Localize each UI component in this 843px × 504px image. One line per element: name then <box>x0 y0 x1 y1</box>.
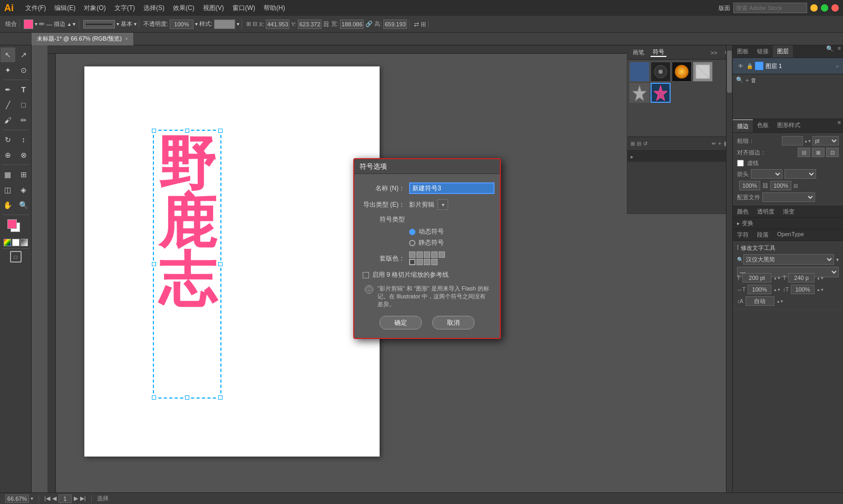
lasso-tool[interactable]: ⊙ <box>16 63 31 77</box>
leading-stepper[interactable]: ▲▼ <box>777 299 784 303</box>
reg-dot-2[interactable] <box>416 251 423 258</box>
menu-effect[interactable]: 效果(C) <box>169 0 199 16</box>
stroke-tab[interactable]: 描边 <box>733 119 753 132</box>
opacity-arrow[interactable]: ▾ <box>195 21 198 27</box>
layer-find-btn[interactable]: 🔍 <box>736 76 743 83</box>
dialog-confirm-button[interactable]: 确定 <box>380 316 422 329</box>
graphic-style-tab[interactable]: 图形样式 <box>773 119 805 132</box>
scale-options-btn[interactable]: ⊟ <box>793 183 798 189</box>
next-page-btn[interactable]: ▶ <box>74 495 78 502</box>
profile-select[interactable] <box>762 192 815 202</box>
hand-tool[interactable]: ✋ <box>1 198 15 212</box>
stroke-unit-select[interactable]: pt <box>812 136 839 146</box>
pen-tool[interactable]: ✒ <box>1 82 15 97</box>
align-outside-btn[interactable]: ⊡ <box>826 148 839 157</box>
warp-tool[interactable]: ⊕ <box>1 148 15 162</box>
line-tool[interactable]: ╱ <box>1 98 15 112</box>
opentype-tab[interactable]: OpenType <box>773 229 808 240</box>
v-scroll-thumb[interactable] <box>727 51 732 93</box>
font-name-select[interactable]: 汉仪大黑简 <box>743 254 834 265</box>
handle-mr[interactable] <box>218 262 222 266</box>
eyedropper-tool[interactable]: ◈ <box>16 182 31 197</box>
handle-ml[interactable] <box>152 262 156 266</box>
tab-close-button[interactable]: × <box>125 36 128 42</box>
column-graph-tool[interactable]: ▦ <box>1 167 15 182</box>
opacity-input[interactable] <box>170 20 193 29</box>
dialog-dynamic-radio[interactable] <box>409 229 415 235</box>
color-tab[interactable]: 颜色 <box>733 206 753 217</box>
menu-file[interactable]: 文件(F) <box>21 0 50 16</box>
gradient-tab[interactable]: 渐变 <box>779 206 799 217</box>
select-tool[interactable]: ↖ <box>1 47 15 62</box>
handle-bl[interactable] <box>152 395 156 400</box>
handle-br[interactable] <box>218 395 222 400</box>
scale-h-input[interactable] <box>748 285 771 294</box>
layers-search-icon[interactable]: 🔍 <box>824 45 836 57</box>
scale-v-stepper[interactable]: ▲▼ <box>817 288 824 292</box>
h-input[interactable] <box>383 20 407 29</box>
mesh-tool[interactable]: ⊞ <box>16 167 31 182</box>
reg-dot-9[interactable] <box>431 259 438 265</box>
last-page-btn[interactable]: ▶| <box>80 495 86 502</box>
symbol-item-3[interactable] <box>672 62 692 82</box>
gradient-swatch[interactable] <box>21 239 28 246</box>
dialog-cancel-button[interactable]: 取消 <box>432 316 474 329</box>
symbol-item-5[interactable] <box>629 83 650 103</box>
menu-text[interactable]: 文字(T) <box>110 0 139 16</box>
reg-dot-7[interactable] <box>416 259 423 265</box>
minimize-button[interactable] <box>810 4 818 12</box>
symbol-item-2[interactable] <box>651 62 671 82</box>
scale-start-input[interactable] <box>739 181 760 190</box>
dialog-9slice-checkbox[interactable] <box>363 272 369 278</box>
menu-select[interactable]: 选择(S) <box>139 0 169 16</box>
reg-dot-8[interactable] <box>424 259 430 265</box>
symbol-item-6[interactable] <box>651 83 671 103</box>
dialog-export-dropdown-btn[interactable]: ▾ <box>438 199 448 210</box>
pencil-tool[interactable]: ✏ <box>16 113 31 128</box>
gradient-tool[interactable]: ◫ <box>1 182 15 197</box>
rotate-tool[interactable]: ↻ <box>1 132 15 147</box>
w-input[interactable] <box>340 20 364 29</box>
handle-tl[interactable] <box>152 129 156 133</box>
font-size-input[interactable] <box>742 273 771 283</box>
dialog-static-radio[interactable] <box>409 240 415 246</box>
prev-page-btn[interactable]: ◀ <box>52 495 56 502</box>
color-board-tab[interactable]: 色板 <box>753 119 773 132</box>
dashed-checkbox[interactable] <box>737 160 744 167</box>
vertical-scrollbar[interactable] <box>726 45 732 495</box>
menu-help[interactable]: 帮助(H) <box>259 0 289 16</box>
align-inside-btn[interactable]: ⊟ <box>798 148 810 157</box>
pencil-icon[interactable]: ✏ <box>39 20 45 28</box>
font-size2-input[interactable] <box>788 273 815 283</box>
reg-dot-4[interactable] <box>431 251 438 258</box>
reg-dot-5[interactable] <box>439 251 445 258</box>
handle-tr[interactable] <box>218 129 222 133</box>
magic-wand-tool[interactable]: ✦ <box>1 63 15 77</box>
reg-dot-center[interactable] <box>409 259 415 265</box>
active-tab[interactable]: 未标题-1* @ 66.67% (RGB/预览) × <box>32 33 134 45</box>
symbol-item-1[interactable] <box>629 62 650 82</box>
transparency-tab[interactable]: 透明度 <box>753 206 779 217</box>
fill-color-swatch[interactable] <box>24 20 33 29</box>
paintbrush-tool[interactable]: 🖌 <box>1 113 15 128</box>
page-input[interactable] <box>59 495 72 503</box>
fill-swatch[interactable] <box>7 219 17 229</box>
dialog-name-input[interactable] <box>409 182 495 194</box>
layer-add-btn[interactable]: + <box>745 77 749 83</box>
panel-expand-btn[interactable]: >> <box>711 50 718 56</box>
stroke-up-icon[interactable]: ▲▼ <box>67 22 76 27</box>
reg-dot-1[interactable] <box>409 251 415 258</box>
layers-tab[interactable]: 图层 <box>773 45 793 57</box>
symbol-tab[interactable]: 符号 <box>651 48 666 57</box>
brush-tab[interactable]: 画笔 <box>631 49 646 56</box>
direct-select-tool[interactable]: ↗ <box>16 47 31 62</box>
first-page-btn[interactable]: |◀ <box>44 495 50 502</box>
sym-reset-btn[interactable]: ↺ <box>643 141 647 147</box>
menu-edit[interactable]: 编辑(E) <box>50 0 80 16</box>
zoom-input[interactable] <box>5 495 29 503</box>
links-tab[interactable]: 链接 <box>753 45 773 57</box>
scale-tool[interactable]: ↕ <box>16 132 31 147</box>
para-tab[interactable]: 段落 <box>753 229 773 240</box>
scale-h-stepper[interactable]: ▲▼ <box>773 288 781 292</box>
font-options-btn[interactable]: ▾ <box>836 257 839 263</box>
